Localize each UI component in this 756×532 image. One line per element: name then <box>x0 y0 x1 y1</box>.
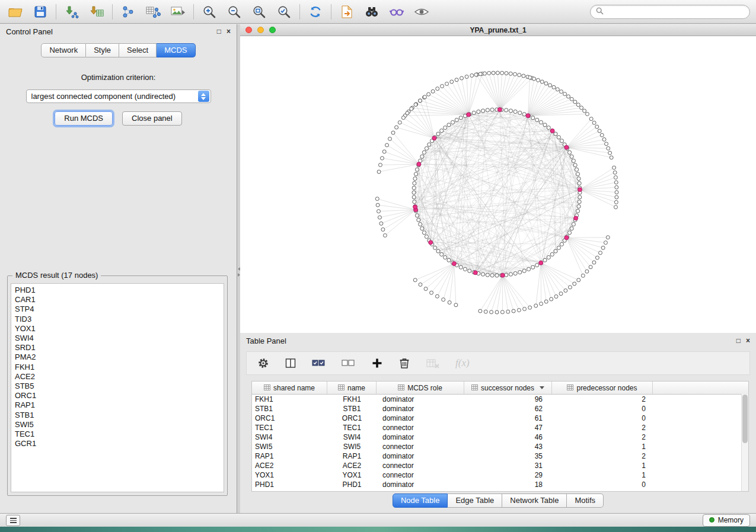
settings-gear-button[interactable] <box>257 357 269 369</box>
scrollbar-thumb[interactable] <box>742 395 748 443</box>
tab-motifs[interactable]: Motifs <box>567 493 604 508</box>
clone-document-button[interactable] <box>337 3 356 21</box>
show-hide-icon <box>414 5 429 19</box>
zoom-in-button[interactable] <box>200 3 219 21</box>
control-panel-tabs: NetworkStyleSelectMCDS <box>0 43 237 57</box>
mcds-result-item[interactable]: PHD1 <box>15 286 224 295</box>
zoom-selected-button[interactable] <box>275 3 294 21</box>
toolbar-separator <box>193 4 194 20</box>
save-session-button[interactable] <box>31 3 50 21</box>
criterion-select[interactable]: largest connected component (undirected) <box>26 89 211 103</box>
table-row[interactable]: ORC1ORC1dominator610 <box>252 414 748 423</box>
delete-column-button[interactable] <box>398 357 410 370</box>
table-row[interactable]: PHD1PHD1dominator180 <box>252 480 748 489</box>
mcds-result-item[interactable]: FKH1 <box>15 363 224 372</box>
tab-style[interactable]: Style <box>86 43 119 57</box>
save-session-icon <box>33 5 47 19</box>
close-table-panel-icon[interactable]: × <box>746 337 750 344</box>
network-window-titlebar[interactable]: YPA_prune.txt_1 <box>240 24 756 36</box>
table-panel-tabs: Node TableEdge TableNetwork TableMotifs <box>240 493 756 508</box>
toolbar-search[interactable] <box>590 5 750 19</box>
tab-network-table[interactable]: Network Table <box>502 493 567 508</box>
mcds-result-item[interactable]: CAR1 <box>15 295 224 305</box>
table-cell: 0 <box>552 405 653 413</box>
mcds-result-item[interactable]: STB5 <box>15 382 224 391</box>
table-cell: 1 <box>552 443 653 451</box>
import-table-file-button[interactable] <box>87 3 106 21</box>
memory-button[interactable]: Memory <box>703 514 750 527</box>
close-panel-icon[interactable]: × <box>227 28 231 35</box>
tab-select[interactable]: Select <box>119 43 157 57</box>
mcds-result-item[interactable]: RAP1 <box>15 400 224 410</box>
table-row[interactable]: YOX1YOX1connector291 <box>252 470 748 480</box>
zoom-out-button[interactable] <box>225 3 244 21</box>
table-row[interactable]: FKH1FKH1dominator962 <box>252 395 748 404</box>
tab-mcds[interactable]: MCDS <box>157 43 195 57</box>
float-table-panel-icon[interactable]: □ <box>736 337 741 344</box>
mcds-result-item[interactable]: ORC1 <box>15 391 224 400</box>
delete-table-button[interactable] <box>426 357 440 369</box>
table-row[interactable]: TEC1TEC1connector472 <box>252 423 748 432</box>
refresh-button[interactable] <box>306 3 325 21</box>
table-vertical-scrollbar[interactable] <box>741 394 748 491</box>
mcds-result-item[interactable]: SWI4 <box>15 334 224 343</box>
mcds-result-item[interactable]: STP4 <box>15 305 224 314</box>
mcds-result-item[interactable]: GCR1 <box>15 439 224 448</box>
mcds-result-item[interactable]: STB1 <box>15 411 224 420</box>
column-header-successor-nodes[interactable]: successor nodes <box>464 382 552 394</box>
zoom-fit-button[interactable] <box>250 3 269 21</box>
show-columns-button[interactable] <box>285 357 296 369</box>
unselect-all-button[interactable] <box>342 357 356 369</box>
find-button[interactable] <box>362 3 381 21</box>
mcds-result-item[interactable]: PMA2 <box>15 352 224 362</box>
control-panel: Control Panel □ × NetworkStyleSelectMCDS… <box>0 24 237 513</box>
mcds-result-list[interactable]: PHD1CAR1STP4TID3YOX1SWI4SRD1PMA2FKH1ACE2… <box>11 283 224 492</box>
table-row[interactable]: RAP1RAP1dominator352 <box>252 451 748 461</box>
import-network-file-button[interactable] <box>62 3 81 21</box>
table-row[interactable]: SWI4SWI4dominator462 <box>252 432 748 442</box>
tab-edge-table[interactable]: Edge Table <box>448 493 502 508</box>
table-row[interactable]: STB1STB1dominator620 <box>252 404 748 414</box>
export-image-button[interactable] <box>168 3 187 21</box>
new-table-button[interactable] <box>143 3 162 21</box>
open-session-button[interactable] <box>6 3 25 21</box>
close-panel-button[interactable]: Close panel <box>122 111 182 126</box>
show-hide-button[interactable] <box>412 3 431 21</box>
tab-network[interactable]: Network <box>41 43 86 57</box>
column-header-MCDS-role[interactable]: MCDS role <box>377 382 464 394</box>
mcds-result-item[interactable]: SRD1 <box>15 343 224 352</box>
add-column-button[interactable] <box>371 357 383 369</box>
table-cell: ACE2 <box>252 462 327 470</box>
table-cell: YOX1 <box>327 471 377 479</box>
sort-chevron-icon[interactable] <box>540 386 544 389</box>
table-cell: PHD1 <box>252 480 327 489</box>
function-builder-button[interactable]: f(x) <box>455 357 470 369</box>
run-mcds-button[interactable]: Run MCDS <box>55 111 113 126</box>
table-row[interactable]: SWI5SWI5connector431 <box>252 442 748 451</box>
table-row[interactable]: ACE2ACE2connector311 <box>252 461 748 470</box>
float-panel-icon[interactable]: □ <box>217 28 221 35</box>
table-cell: TEC1 <box>252 424 327 432</box>
select-arrows-icon <box>198 91 209 102</box>
mcds-result-item[interactable]: ACE2 <box>15 372 224 382</box>
mcds-result-item[interactable]: SWI5 <box>15 420 224 430</box>
status-menu-button[interactable] <box>6 515 20 526</box>
graphics-details-button[interactable] <box>387 3 406 21</box>
mcds-result-item[interactable]: TID3 <box>15 315 224 324</box>
column-attr-icon <box>398 384 404 392</box>
column-header-name[interactable]: name <box>327 382 377 394</box>
select-all-button[interactable] <box>312 357 326 369</box>
table-cell: ORC1 <box>252 414 327 422</box>
network-canvas[interactable] <box>240 36 756 333</box>
import-network-file-icon <box>64 5 79 19</box>
column-header-shared-name[interactable]: shared name <box>252 382 327 394</box>
open-session-icon <box>8 5 23 19</box>
tab-node-table[interactable]: Node Table <box>393 493 448 508</box>
mcds-result-item[interactable]: TEC1 <box>15 430 224 439</box>
memory-label: Memory <box>718 516 744 524</box>
search-input[interactable] <box>607 7 744 17</box>
mcds-result-item[interactable]: YOX1 <box>15 324 224 334</box>
new-network-button[interactable] <box>119 3 138 21</box>
column-header-predecessor-nodes[interactable]: predecessor nodes <box>552 382 653 394</box>
column-attr-icon <box>471 384 478 392</box>
